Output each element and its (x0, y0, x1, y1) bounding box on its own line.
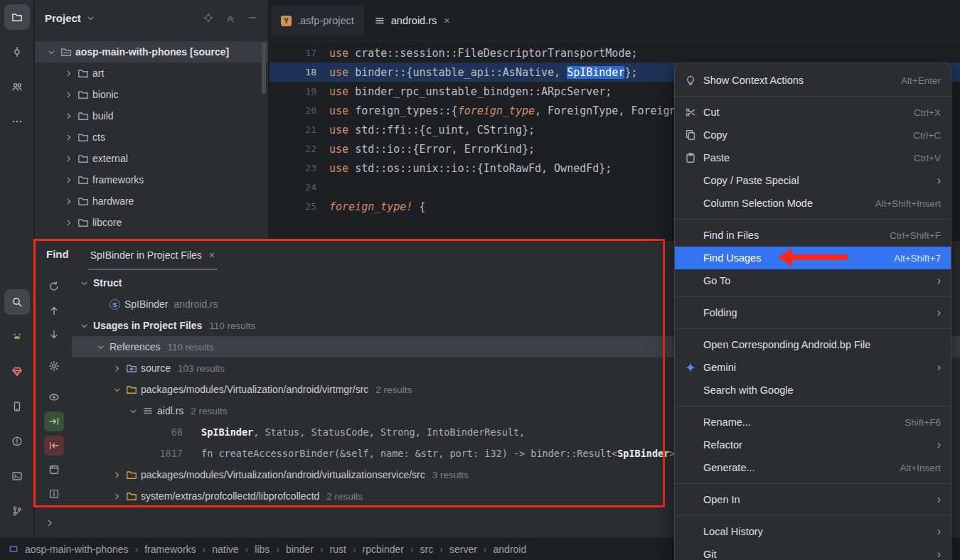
menu-item-gemini[interactable]: Gemini› (675, 356, 951, 379)
breadcrumb-item[interactable]: src (420, 544, 434, 555)
project-tree-row[interactable]: bionic (35, 84, 268, 105)
chevron-right-icon[interactable] (62, 133, 75, 142)
chevron-right-icon[interactable] (62, 69, 75, 78)
menu-separator (675, 406, 951, 406)
editor-line[interactable]: 17use crate::session::FileDescriptorTran… (270, 43, 960, 63)
chevron-right-icon[interactable] (62, 154, 75, 163)
code-token: crate::session::FileDescriptorTransportM… (355, 47, 637, 60)
tool-more-tools-button[interactable] (4, 109, 30, 134)
chevron-right-icon[interactable] (62, 197, 75, 206)
menu-item-folding[interactable]: Folding› (675, 301, 951, 324)
breadcrumb-item[interactable]: server (449, 544, 477, 555)
project-tree-row[interactable]: art (35, 63, 268, 84)
tool-running-devices-button[interactable] (4, 394, 30, 419)
copy-icon (685, 129, 696, 141)
code-text: use std::os::unix::io::{IntoRawFd, Owned… (329, 162, 612, 175)
breadcrumb-separator: › (203, 544, 206, 555)
tool-commit-button[interactable] (4, 39, 30, 65)
tool-project-button[interactable] (4, 4, 30, 30)
breadcrumb-item[interactable]: frameworks (144, 544, 196, 555)
code-text: use std::io::{Error, ErrorKind}; (329, 143, 535, 156)
chevron-right-icon[interactable] (62, 176, 75, 185)
menu-item-search-with-google[interactable]: Search with Google (675, 379, 951, 402)
copy-icon (685, 129, 703, 141)
project-tree-label: libcore (92, 217, 122, 228)
code-token: use (329, 162, 355, 175)
branch-icon (11, 505, 23, 517)
project-scrollbar-thumb[interactable] (262, 43, 266, 94)
menu-item-show-context-actions[interactable]: Show Context ActionsAlt+Enter (675, 69, 951, 92)
menu-item-label: Find Usages (703, 252, 761, 264)
code-token: std::ffi::{c_uint, CString}; (355, 124, 535, 136)
menu-item-open-in[interactable]: Open In› (675, 488, 951, 511)
line-number: 24 (270, 182, 329, 193)
project-tree-row[interactable]: hardware (35, 190, 268, 212)
folder-icon (75, 110, 90, 122)
editor-tab-asfp-project[interactable]: Y.asfp-project (271, 6, 364, 36)
menu-item-label: Local History (703, 526, 763, 537)
menu-item-find-in-files[interactable]: Find in FilesCtrl+Shift+F (675, 224, 951, 247)
device-icon (11, 401, 23, 412)
editor-tab-android-rs[interactable]: android.rs× (364, 6, 460, 36)
annotation-arrow (778, 248, 849, 266)
breadcrumb-item[interactable]: binder (286, 544, 314, 555)
menu-item-git[interactable]: Git› (675, 543, 951, 560)
close-icon[interactable]: × (444, 16, 449, 26)
chevron-down-icon[interactable] (86, 14, 95, 23)
menu-item-paste[interactable]: PasteCtrl+V (675, 146, 951, 169)
project-tree-row[interactable]: aosp-main-with-phones [source] (35, 41, 268, 63)
breadcrumb-item[interactable]: rust (330, 544, 346, 555)
project-tree-label: hardware (92, 195, 134, 207)
project-tree-row[interactable]: frameworks (35, 169, 268, 190)
menu-item-label: Open In (703, 494, 740, 505)
chevron-right-icon[interactable] (62, 90, 75, 99)
chevron-right-icon[interactable] (45, 518, 55, 528)
chevron-right-icon: › (937, 362, 941, 373)
breadcrumb-item[interactable]: android (494, 544, 527, 555)
menu-item-refactor[interactable]: Refactor› (675, 434, 951, 456)
paste-icon (685, 152, 703, 163)
menu-item-column-selection-mode[interactable]: Column Selection ModeAlt+Shift+Insert (675, 192, 951, 215)
menu-item-shortcut: Alt+Insert (900, 463, 941, 473)
chevron-right-icon[interactable] (62, 112, 75, 121)
breadcrumb-item[interactable]: aosp-main-with-phones (25, 544, 129, 555)
tool-find-button[interactable] (4, 289, 30, 315)
tool-problems-button[interactable] (4, 429, 30, 454)
menu-item-copy[interactable]: CopyCtrl+C (675, 124, 951, 146)
collapse-all-icon[interactable] (225, 12, 236, 23)
code-token: foreign_types::{ (355, 104, 458, 117)
menu-item-open-corresponding-android-bp-file[interactable]: Open Corresponding Android.bp File (675, 333, 951, 356)
breadcrumb-item[interactable]: libs (255, 544, 270, 555)
scissors-icon (685, 107, 696, 118)
chevron-right-icon[interactable] (62, 218, 75, 227)
chevron-right-icon: › (937, 275, 941, 286)
problems-icon (11, 436, 23, 447)
menu-item-cut[interactable]: CutCtrl+X (675, 101, 951, 124)
menu-item-local-history[interactable]: Local History› (675, 520, 951, 543)
tool-version-control-button[interactable] (4, 498, 30, 524)
tool-terminal-button[interactable] (4, 463, 30, 489)
breadcrumb-separator: › (276, 544, 279, 555)
project-tree-label: frameworks (92, 174, 144, 185)
tool-logcat-button[interactable] (4, 324, 30, 350)
project-tree-row[interactable]: external (35, 148, 268, 169)
menu-item-copy-paste-special[interactable]: Copy / Paste Special› (675, 169, 951, 192)
menu-item-shortcut: Ctrl+V (914, 153, 941, 163)
project-tree-row[interactable]: cts (35, 126, 268, 148)
menu-item-rename[interactable]: Rename...Shift+F6 (675, 411, 951, 434)
menu-item-go-to[interactable]: Go To› (675, 269, 951, 292)
menu-item-label: Column Selection Mode (703, 198, 813, 209)
hide-icon[interactable] (247, 12, 258, 23)
folder-icon (75, 131, 90, 143)
project-tree-row[interactable]: build (35, 105, 268, 126)
tool-app-quality-insights-button[interactable] (4, 359, 30, 384)
breadcrumb-item[interactable]: rpcbinder (363, 544, 404, 555)
chevron-right-icon: › (937, 307, 941, 318)
menu-item-generate[interactable]: Generate...Alt+Insert (675, 456, 951, 479)
project-tree-row[interactable]: libcore (35, 212, 268, 233)
terminal-icon (11, 470, 23, 482)
locate-icon[interactable] (203, 12, 214, 23)
chevron-down-icon[interactable] (45, 48, 58, 57)
tool-pull-requests-button[interactable] (4, 74, 30, 99)
breadcrumb-item[interactable]: native (212, 544, 238, 555)
